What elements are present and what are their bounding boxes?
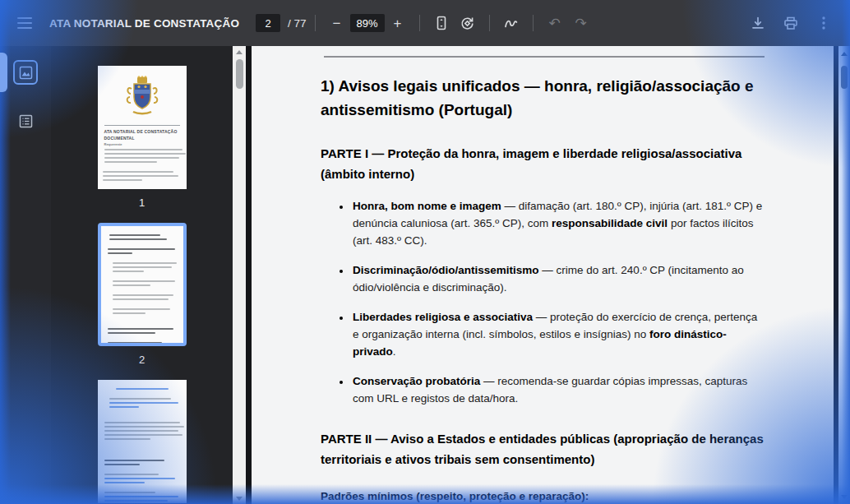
document-heading-h2: PARTE II — Aviso a Estados e entidades p…: [321, 428, 766, 469]
menu-icon[interactable]: [12, 10, 38, 36]
document-scrollbar[interactable]: [838, 46, 850, 504]
zoom-level-value: 89%: [357, 17, 378, 30]
document-title: ATA NOTARIAL DE CONSTATAÇÃO ...: [49, 17, 243, 30]
more-options-icon[interactable]: [811, 10, 837, 36]
scroll-up-arrow-icon[interactable]: [233, 46, 246, 58]
download-icon[interactable]: [745, 10, 771, 36]
thumbnail-text-line: [116, 388, 169, 390]
undo-icon[interactable]: ↶: [542, 10, 568, 36]
thumbnail-text-line: [104, 482, 146, 483]
toolbar-separator: [315, 15, 316, 31]
thumbnail-text-line: [103, 175, 179, 177]
document-horizontal-rule: [324, 56, 765, 58]
thumbnail-scrollbar[interactable]: [233, 46, 246, 504]
thumbnail-text-line: [104, 492, 156, 493]
thumbnail-text-line: [104, 454, 105, 457]
thumbnail-text-line: [108, 328, 173, 330]
thumbnail-text-line: [104, 474, 159, 475]
thumbnail-text-line: [109, 238, 167, 240]
scroll-up-arrow-icon[interactable]: [838, 48, 850, 59]
thumbnail-text-line: [104, 422, 181, 423]
document-bold-text: Liberdades religiosa e associativa: [353, 311, 533, 323]
document-scrollbar-thumb[interactable]: [841, 66, 848, 89]
thumbnail-text-line: [113, 312, 146, 314]
toolbar-separator: [489, 15, 490, 31]
thumbnail-cover-subtitle: Requerente: [104, 142, 180, 146]
thumbnail-text-line: [109, 406, 140, 408]
thumbnail-text-line: [104, 438, 150, 440]
coat-of-arms-icon: [123, 76, 161, 120]
document-bullet-list: Honra, bom nome e imagem — difamação (ar…: [321, 197, 766, 407]
document-bold-text: Discriminação/ódio/antissemitismo: [353, 264, 539, 276]
document-page: 1) Avisos legais unificados — honra, rel…: [321, 46, 766, 504]
thumbnail-divider: [104, 125, 180, 126]
document-bullet-item: Liberdades religiosa e associativa — pro…: [351, 308, 766, 360]
thumbnail-text-line: [104, 426, 184, 428]
thumbnail-item-3: [98, 380, 187, 503]
thumbnail-page-3[interactable]: [98, 380, 187, 503]
window-edge-handle[interactable]: [0, 53, 7, 92]
thumbnail-text-line: [108, 229, 111, 232]
viewer-body: ATA NOTARIAL DE CONSTATAÇÃO DOCUMENTALRe…: [0, 46, 850, 504]
thumbnail-text-line: [113, 280, 175, 282]
redo-icon[interactable]: ↷: [568, 10, 594, 36]
thumbnail-text-line: [104, 153, 186, 155]
thumbnail-text-line: [108, 342, 162, 344]
document-bullet-item: Conservação probatória — recomenda-se gu…: [351, 372, 766, 407]
thumbnail-page-2[interactable]: [98, 223, 187, 346]
page-number-value: 2: [265, 17, 270, 30]
thumbnail-text-line: [104, 500, 169, 502]
document-bold-text: Conservação probatória: [353, 375, 480, 387]
thumbnail-text-line: [109, 398, 172, 400]
thumbnail-page-1[interactable]: ATA NOTARIAL DE CONSTATAÇÃO DOCUMENTALRe…: [98, 66, 187, 189]
scroll-down-arrow-icon[interactable]: [838, 491, 850, 502]
sidebar-icon-strip: [0, 46, 51, 504]
print-icon[interactable]: [778, 10, 804, 36]
thumbnail-item-1: ATA NOTARIAL DE CONSTATAÇÃO DOCUMENTALRe…: [98, 66, 187, 223]
thumbnail-cover-title: ATA NOTARIAL DE CONSTATAÇÃO DOCUMENTAL: [104, 129, 180, 141]
document-bold-text: responsabilidade civil: [552, 217, 668, 229]
toolbar-separator: [419, 15, 420, 31]
thumbnail-text-line: [104, 157, 180, 159]
thumbnail-text-line: [104, 382, 107, 386]
thumbnail-text-line: [104, 161, 158, 163]
thumbnail-text-line: [113, 270, 144, 272]
thumbnail-text-line: [104, 434, 182, 436]
panel-divider: [246, 46, 252, 504]
scroll-down-arrow-icon[interactable]: [233, 492, 246, 504]
thumbnail-scrollbar-thumb[interactable]: [236, 59, 243, 89]
zoom-level-input[interactable]: 89%: [350, 14, 385, 32]
document-outline-icon[interactable]: [13, 109, 38, 133]
thumbnail-text-line: [108, 248, 175, 250]
document-heading-h2: PARTE I — Proteção da honra, imagem e li…: [321, 143, 766, 184]
thumbnail-text-line: [113, 298, 169, 300]
thumbnail-text-line: [104, 478, 175, 479]
thumbnail-text-line: [113, 308, 170, 310]
thumbnail-text-line: [104, 149, 182, 150]
thumbnail-text-line: [104, 496, 179, 497]
thumbnail-text-line: [104, 430, 179, 432]
thumbnails-panel-icon[interactable]: [13, 60, 38, 85]
document-bullet-item: Discriminação/ódio/antissemitismo — crim…: [351, 261, 766, 296]
document-heading-h3: Padrões mínimos (respeito, proteção e re…: [321, 488, 766, 504]
zoom-out-button[interactable]: −: [324, 10, 350, 36]
thumbnail-text-line: [113, 284, 150, 286]
thumbnail-page-label-2: 2: [139, 354, 145, 366]
rotate-counterclockwise-icon[interactable]: [455, 10, 481, 36]
document-bold-text: Honra, bom nome e imagem: [353, 200, 501, 212]
document-viewport[interactable]: 1) Avisos legais unificados — honra, rel…: [252, 46, 834, 504]
thumbnail-panel: ATA NOTARIAL DE CONSTATAÇÃO DOCUMENTALRe…: [51, 46, 233, 504]
page-total: / 77: [288, 17, 307, 30]
thumbnail-text-line: [113, 294, 173, 296]
thumbnail-text-line: [113, 266, 172, 268]
thumbnail-text-line: [104, 460, 164, 461]
zoom-in-button[interactable]: +: [385, 10, 411, 36]
thumbnail-text-line: [113, 262, 177, 264]
thumbnail-page-label-1: 1: [139, 197, 145, 209]
page-number-input[interactable]: 2: [256, 14, 280, 32]
document-heading-h1: 1) Avisos legais unificados — honra, rel…: [321, 74, 765, 122]
annotate-icon[interactable]: [498, 10, 524, 36]
thumbnail-text-line: [108, 332, 155, 334]
fit-to-page-icon[interactable]: [428, 10, 455, 36]
thumbnail-text-line: [103, 171, 173, 173]
